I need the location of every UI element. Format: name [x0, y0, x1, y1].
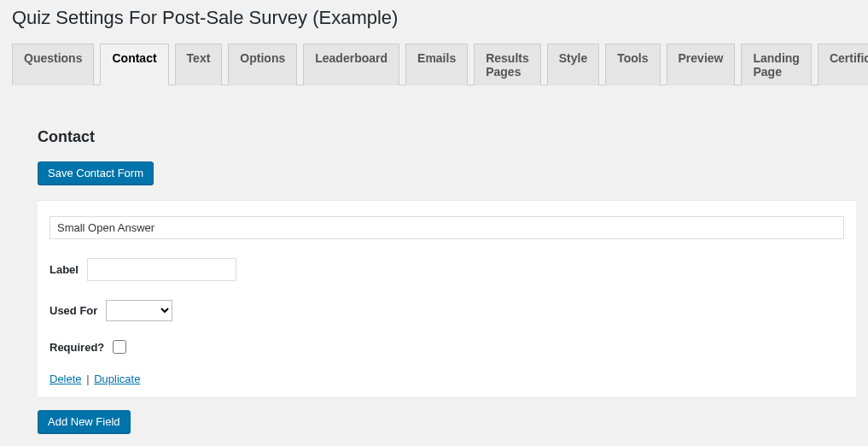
used-for-select[interactable] — [106, 300, 172, 321]
tab-certificate[interactable]: Certificate — [818, 44, 868, 85]
page-title: Quiz Settings For Post-Sale Survey (Exam… — [12, 7, 856, 29]
label-label: Label — [50, 263, 79, 276]
tab-contact[interactable]: Contact — [100, 44, 168, 85]
used-for-label: Used For — [50, 304, 97, 317]
tab-emails[interactable]: Emails — [405, 44, 468, 85]
contact-field-card: Label Used For Required? Delete | Duplic… — [38, 200, 856, 398]
tab-leaderboard[interactable]: Leaderboard — [303, 44, 399, 85]
tab-results-pages[interactable]: Results Pages — [474, 44, 541, 85]
required-label: Required? — [50, 341, 104, 354]
tab-preview[interactable]: Preview — [667, 44, 736, 85]
delete-link[interactable]: Delete — [50, 373, 82, 385]
label-input[interactable] — [87, 258, 236, 281]
required-checkbox[interactable] — [113, 340, 126, 354]
field-type-input[interactable] — [50, 216, 844, 239]
tab-landing-page[interactable]: Landing Page — [741, 44, 811, 85]
section-title: Contact — [38, 128, 856, 146]
nav-tabs: Questions Contact Text Options Leaderboa… — [12, 43, 856, 85]
field-actions: Delete | Duplicate — [50, 373, 844, 385]
tab-options[interactable]: Options — [228, 44, 297, 85]
save-contact-form-button[interactable]: Save Contact Form — [38, 161, 154, 185]
tab-questions[interactable]: Questions — [12, 44, 94, 85]
add-new-field-button[interactable]: Add New Field — [38, 410, 131, 433]
tab-text[interactable]: Text — [175, 44, 223, 85]
tab-style[interactable]: Style — [547, 44, 599, 85]
tab-tools[interactable]: Tools — [605, 44, 660, 85]
duplicate-link[interactable]: Duplicate — [94, 373, 140, 385]
action-separator: | — [84, 373, 93, 385]
